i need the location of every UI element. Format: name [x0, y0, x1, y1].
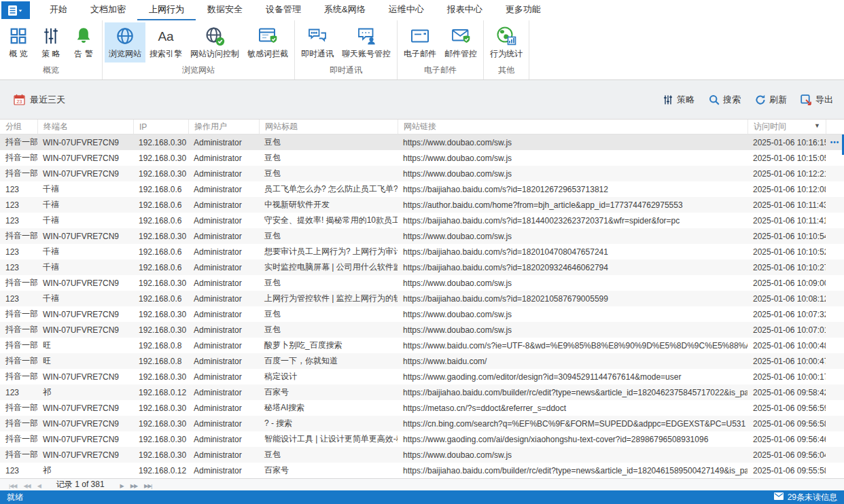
- browse-website-button[interactable]: 浏览网站: [105, 22, 145, 62]
- app-menu-button[interactable]: [1, 1, 30, 19]
- table-row[interactable]: 抖音一部WIN-07UFVRE7CN9192.168.0.30Administr…: [0, 416, 844, 431]
- browse-website-label: 浏览网站: [109, 48, 141, 60]
- behavior-stats-button[interactable]: 行为统计: [486, 22, 527, 62]
- pager-prev-icon[interactable]: ◀: [37, 483, 41, 489]
- table-row[interactable]: 123祁192.168.0.12Administrator百家号https://…: [0, 463, 844, 478]
- tab-device-management[interactable]: 设备管理: [254, 0, 313, 20]
- table-cell: 192.168.0.6: [133, 197, 188, 213]
- tab-start[interactable]: 开始: [38, 0, 79, 20]
- instant-messaging-button[interactable]: 即时通讯: [297, 22, 338, 62]
- column-header-4[interactable]: 网站标题: [259, 120, 398, 134]
- pager-first-icon[interactable]: |◀◀: [9, 483, 16, 489]
- pager-last-icon[interactable]: ▶▶|: [144, 483, 152, 489]
- table-cell: ? - 搜索: [259, 416, 398, 431]
- table-row[interactable]: 抖音一部旺192.168.0.8Administrator百度一下，你就知道ht…: [0, 353, 844, 369]
- table-cell: 2025-01-06 10:10:52: [748, 244, 826, 259]
- app-menu-icon: [5, 0, 26, 20]
- table-cell: https://baijiahao.baidu.com/s?id=1820209…: [398, 259, 748, 275]
- row-actions-menu[interactable]: •••: [830, 139, 840, 146]
- tab-internet-behavior[interactable]: 上网行为: [137, 0, 196, 20]
- table-cell: 上网行为管控软件 | 监控上网行为的软件...: [259, 291, 398, 306]
- search-button[interactable]: 搜索: [708, 94, 741, 106]
- table-row[interactable]: 123千禧192.168.0.6Administrator中视新研软件开发htt…: [0, 197, 844, 213]
- status-ready-label: 就绪: [7, 492, 23, 503]
- table-row[interactable]: 123祁192.168.0.12Administrator百家号https://…: [0, 384, 844, 400]
- table-row[interactable]: 抖音一部WIN-07UFVRE7CN9192.168.0.30Administr…: [0, 306, 844, 322]
- pager-prev-fast-icon[interactable]: ◀◀: [23, 483, 30, 489]
- row-filler: [826, 306, 844, 322]
- table-cell: Administrator: [188, 338, 259, 353]
- chat-icon: [307, 26, 328, 46]
- table-cell: 千禧: [37, 259, 133, 275]
- table-row[interactable]: 抖音一部WIN-07UFVRE7CN9192.168.0.30Administr…: [0, 166, 844, 181]
- table-row[interactable]: 抖音一部WIN-07UFVRE7CN9192.168.0.30Administr…: [0, 369, 844, 384]
- table-row[interactable]: 抖音一部旺192.168.0.8Administrator酸萝卜别吃_百度搜索h…: [0, 338, 844, 353]
- policy-button[interactable]: 策略: [662, 94, 694, 106]
- row-filler: [826, 463, 844, 478]
- overview-button[interactable]: 概 览: [2, 22, 35, 62]
- grid-icon: [8, 26, 29, 46]
- date-filter-label: 最近三天: [30, 94, 65, 106]
- email-control-button[interactable]: 邮件管控: [440, 22, 481, 62]
- pager-next-fast-icon[interactable]: ▶▶: [130, 483, 137, 489]
- table-cell: 2025-01-06 10:00:17: [748, 369, 826, 384]
- ribbon-group-label: 概览: [2, 63, 100, 79]
- unread-messages[interactable]: 29条未读信息: [774, 492, 837, 503]
- table-cell: Administrator: [188, 400, 259, 416]
- tab-data-security[interactable]: 数据安全: [196, 0, 254, 20]
- table-row[interactable]: 抖音一部WIN-07UFVRE7CN9192.168.0.30Administr…: [0, 400, 844, 416]
- column-header-2[interactable]: IP: [133, 120, 188, 134]
- table-cell: https://baijiahao.baidu.com/s?id=1820126…: [398, 181, 748, 197]
- table-row[interactable]: 抖音一部WIN-07UFVRE7CN9192.168.0.30Administr…: [0, 275, 844, 291]
- tab-doc-encryption[interactable]: 文档加密: [79, 0, 137, 20]
- table-row[interactable]: 123千禧192.168.0.6Administrator想要审计员工上网行为?…: [0, 244, 844, 259]
- column-header-0[interactable]: 分组: [0, 120, 37, 134]
- tab-more-features[interactable]: 更多功能: [494, 0, 552, 20]
- table-row[interactable]: 抖音一部WIN-07UFVRE7CN9192.168.0.30Administr…: [0, 228, 844, 244]
- refresh-button[interactable]: 刷新: [754, 94, 787, 106]
- table-cell: 中视新研软件开发: [259, 197, 398, 213]
- table-row[interactable]: 123千禧192.168.0.6Administrator实时监控电脑屏幕 | …: [0, 259, 844, 275]
- table-cell: 想要审计员工上网行为? 上网行为审计软...: [259, 244, 398, 259]
- table-row[interactable]: 抖音一部WIN-07UFVRE7CN9192.168.0.30Administr…: [0, 322, 844, 338]
- tab-ops-center[interactable]: 运维中心: [377, 0, 436, 20]
- policy-button[interactable]: 策 略: [35, 22, 67, 62]
- tab-system-network[interactable]: 系统&网络: [313, 0, 377, 20]
- date-range-filter[interactable]: 23 最近三天: [14, 94, 65, 106]
- table-cell: 2025-01-06 10:12:08: [748, 181, 826, 197]
- alert-button[interactable]: 告 警: [67, 22, 100, 62]
- website-access-control-button[interactable]: 网站访问控制: [186, 22, 243, 62]
- table-cell: https://www.gaoding.com/ai/design/xiaoho…: [398, 431, 748, 447]
- table-row[interactable]: 123千禧192.168.0.6Administrator上网行为管控软件 | …: [0, 291, 844, 306]
- column-header-6[interactable]: 访问时间▼: [748, 120, 826, 134]
- table-row[interactable]: 抖音一部WIN-07UFVRE7CN9192.168.0.30Administr…: [0, 150, 844, 166]
- table-row[interactable]: 123千禧192.168.0.6Administrator守安全、提效率! 揭秘…: [0, 213, 844, 228]
- search-engine-button[interactable]: Aa 搜索引擎: [145, 22, 186, 62]
- pager-next-icon[interactable]: ▶: [120, 483, 124, 489]
- table-cell: Administrator: [188, 369, 259, 384]
- table-cell: Administrator: [188, 166, 259, 181]
- column-header-label: 操作用户: [194, 121, 227, 132]
- chat-account-control-button[interactable]: 聊天账号管控: [338, 22, 395, 62]
- sort-desc-icon[interactable]: ▼: [814, 122, 820, 129]
- table-cell: 192.168.0.30: [133, 306, 188, 322]
- table-row[interactable]: 抖音一部WIN-07UFVRE7CN9192.168.0.30Administr…: [0, 447, 844, 463]
- sensitive-word-block-button[interactable]: 敏感词拦截: [243, 22, 292, 62]
- column-header-1[interactable]: 终端名: [37, 120, 133, 134]
- export-button[interactable]: 导出: [801, 94, 833, 106]
- table-row[interactable]: 123千禧192.168.0.6Administrator员工飞单怎么办? 怎么…: [0, 181, 844, 197]
- column-header-3[interactable]: 操作用户: [188, 120, 259, 134]
- column-header-5[interactable]: 网站链接: [398, 120, 748, 134]
- table-cell: Administrator: [188, 244, 259, 259]
- column-header-label: 网站链接: [404, 121, 436, 132]
- table-cell: 2025-01-06 09:56:59: [748, 400, 826, 416]
- email-button[interactable]: 电子邮件: [400, 22, 440, 62]
- table-row[interactable]: 抖音一部WIN-07UFVRE7CN9192.168.0.30Administr…: [0, 134, 844, 150]
- tab-report-center[interactable]: 报表中心: [436, 0, 494, 20]
- table-cell: https://baijiahao.baidu.com/builder/rc/e…: [398, 463, 748, 478]
- table-cell: 抖音一部: [0, 166, 37, 181]
- table-cell: 2025-01-06 09:56:58: [748, 416, 826, 431]
- table-row[interactable]: 抖音一部WIN-07UFVRE7CN9192.168.0.30Administr…: [0, 431, 844, 447]
- table-cell: 守安全、提效率! 揭秘常用的10款员工电...: [259, 213, 398, 228]
- bell-icon: [73, 26, 94, 46]
